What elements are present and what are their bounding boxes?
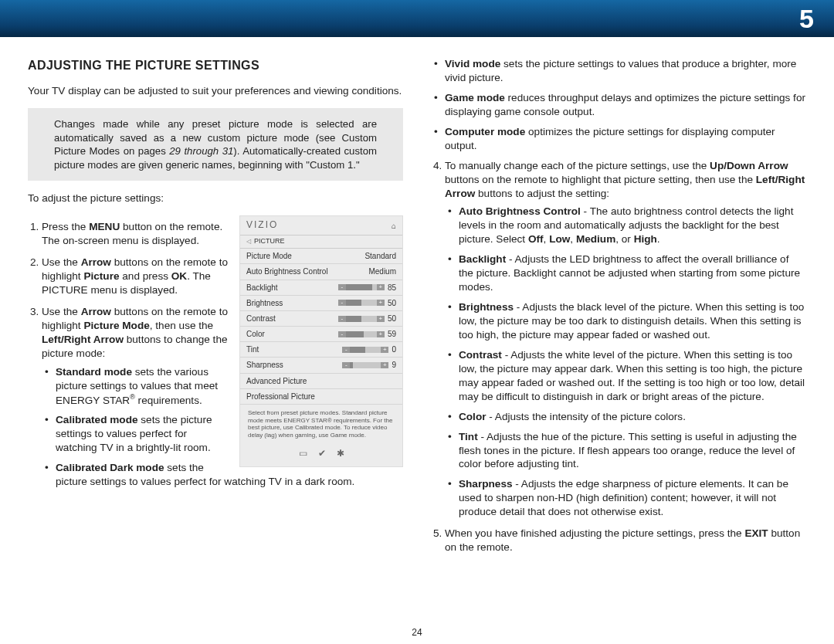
slider[interactable]: -+ [342,347,388,353]
setting-backlight: Backlight - Adjusts the LED brightness t… [445,253,806,294]
mode-calibrated: Calibrated mode sets the picture setting… [42,413,403,455]
slider[interactable]: -+ [338,300,385,306]
slider[interactable]: -+ [338,331,385,337]
chapter-number: 5 [799,4,814,34]
lead-text: To adjust the picture settings: [28,192,403,205]
slider[interactable]: -+ [338,284,385,290]
osd-row-backlight[interactable]: Backlight -+ 85 [240,280,402,296]
setting-sharpness: Sharpness - Adjusts the edge sharpness o… [445,477,806,519]
step-5: When you have finished adjusting the pic… [445,527,806,554]
back-icon: ◁ [246,238,251,246]
setting-brightness: Brightness - Adjusts the black level of … [445,300,806,342]
section-heading: ADJUSTING THE PICTURE SETTINGS [28,57,403,73]
mode-computer: Computer mode optimizes the picture sett… [431,125,806,153]
setting-color: Color - Adjusts the intensity of the pic… [445,410,806,424]
mode-game: Game mode reduces throughput delays and … [431,91,806,119]
note-box: Changes made while any preset picture mo… [28,108,403,181]
steps-list-cont: To manually change each of the picture s… [431,159,806,554]
osd-row-color[interactable]: Color -+ 59 [240,327,402,342]
setting-contrast: Contrast - Adjusts the white level of th… [445,348,806,404]
page-number: 24 [0,627,834,638]
home-icon: ⌂ [392,221,396,231]
mode-standard: Standard mode sets the various picture s… [42,365,403,407]
slider[interactable]: -+ [338,316,385,322]
osd-breadcrumb: ◁ PICTURE [240,236,402,249]
setting-abc: Auto Brightness Control - The auto brigh… [445,205,806,246]
osd-row-brightness[interactable]: Brightness -+ 50 [240,296,402,311]
osd-row-tint[interactable]: Tint -+ 0 [240,342,402,358]
mode-calibrated-dark: Calibrated Dark mode sets the picture se… [42,461,403,489]
osd-row-abc[interactable]: Auto Brightness Control Medium [240,264,402,280]
osd-row-picture-mode[interactable]: Picture Mode Standard [240,249,402,264]
mode-vivid: Vivid mode sets the picture settings to … [431,57,806,85]
right-column: Vivid mode sets the picture settings to … [431,57,806,562]
step-4: To manually change each of the picture s… [445,159,806,520]
chapter-banner: 5 [0,0,834,37]
setting-tint: Tint - Adjusts the hue of the picture. T… [445,430,806,472]
intro-text: Your TV display can be adjusted to suit … [28,84,403,98]
osd-brand: VIZIO [246,219,278,232]
osd-header: VIZIO ⌂ [240,216,402,236]
osd-row-contrast[interactable]: Contrast -+ 50 [240,311,402,327]
left-column: ADJUSTING THE PICTURE SETTINGS Your TV d… [28,57,403,562]
